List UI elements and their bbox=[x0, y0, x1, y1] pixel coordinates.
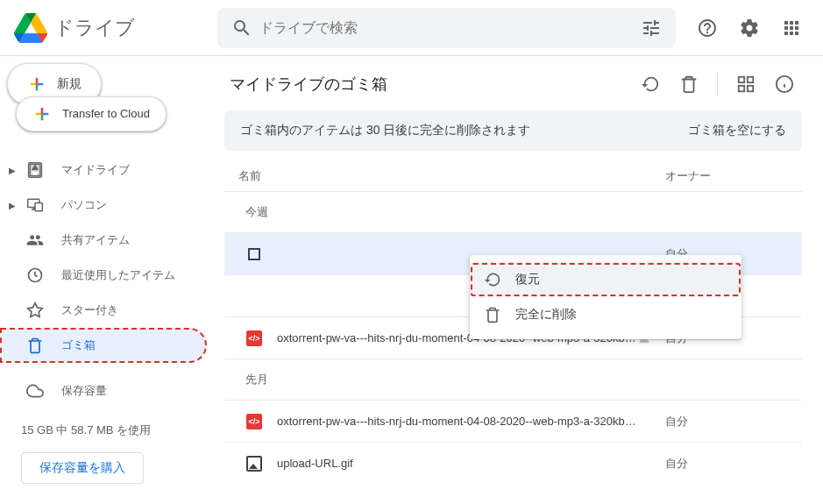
storage-usage-text: 15 GB 中 58.7 MB を使用 bbox=[21, 422, 196, 438]
sidebar-item-my-drive[interactable]: ▶ マイドライブ bbox=[0, 153, 207, 188]
main-header: マイドライブのゴミ箱 bbox=[224, 63, 802, 105]
grid-icon bbox=[736, 75, 756, 94]
file-type-icon bbox=[245, 455, 263, 472]
sidebar-item-label: スター付き bbox=[61, 302, 118, 318]
file-row[interactable]: </> oxtorrent-pw-va---hits-nrj-du-moment… bbox=[224, 400, 802, 442]
context-delete-forever[interactable]: 完全に削除 bbox=[470, 297, 741, 332]
header-actions bbox=[676, 11, 809, 46]
trash-banner: ゴミ箱内のアイテムは 30 日後に完全に削除されます ゴミ箱を空にする bbox=[224, 110, 802, 151]
svg-rect-4 bbox=[748, 77, 753, 82]
cloud-icon bbox=[25, 380, 46, 401]
svg-rect-3 bbox=[739, 77, 744, 82]
trash-icon bbox=[679, 75, 699, 94]
tune-icon[interactable] bbox=[641, 18, 662, 39]
logo-text: ドライブ bbox=[54, 15, 135, 41]
gear-icon bbox=[739, 18, 760, 39]
apps-grid-icon bbox=[781, 18, 802, 39]
file-type-icon: </> bbox=[245, 330, 263, 347]
svg-rect-5 bbox=[739, 86, 744, 91]
transfer-to-cloud-button[interactable]: Transfer to Cloud bbox=[16, 96, 167, 131]
computers-icon bbox=[25, 195, 46, 216]
svg-rect-1 bbox=[35, 203, 42, 211]
star-icon bbox=[25, 300, 46, 321]
buy-storage-button[interactable]: 保存容量を購入 bbox=[21, 452, 144, 484]
main-actions bbox=[633, 67, 802, 102]
file-row[interactable]: 自分 復元 完全に削除 bbox=[224, 232, 802, 274]
column-name[interactable]: 名前 bbox=[238, 168, 665, 184]
plus-icon bbox=[27, 75, 46, 94]
divider bbox=[717, 74, 718, 95]
file-owner: 自分 bbox=[665, 414, 788, 429]
caret-icon: ▶ bbox=[7, 166, 18, 175]
sidebar-item-recent[interactable]: 最近使用したアイテム bbox=[0, 258, 207, 293]
sidebar-nav: ▶ マイドライブ ▶ パソコン 共有アイテム 最近使用したアイテム bbox=[0, 153, 217, 408]
my-drive-icon bbox=[25, 160, 46, 181]
sidebar-item-label: ゴミ箱 bbox=[61, 337, 96, 353]
file-type-icon: </> bbox=[245, 413, 263, 430]
restore-action-button[interactable] bbox=[633, 67, 668, 102]
sidebar: 新規 Transfer to Cloud ▶ マイドライブ ▶ パソコン 共有ア… bbox=[0, 56, 217, 504]
people-icon bbox=[25, 230, 46, 251]
delete-forever-action-button[interactable] bbox=[671, 67, 706, 102]
logo-section[interactable]: ドライブ bbox=[14, 11, 217, 45]
file-owner: 自分 bbox=[665, 456, 788, 472]
page-title: マイドライブのゴミ箱 bbox=[224, 74, 633, 95]
context-delete-label: 完全に削除 bbox=[515, 307, 577, 323]
section-header: 先月 bbox=[224, 358, 802, 400]
sidebar-item-label: マイドライブ bbox=[61, 162, 130, 178]
sidebar-item-computers[interactable]: ▶ パソコン bbox=[0, 188, 207, 223]
plus-icon bbox=[32, 104, 52, 124]
file-row[interactable]: upload-URL.gif 自分 bbox=[224, 442, 802, 484]
file-name: oxtorrent-pw-va---hits-nrj-du-moment-04-… bbox=[277, 415, 639, 428]
file-type-icon bbox=[245, 245, 263, 263]
sidebar-item-label: 保存容量 bbox=[61, 383, 107, 399]
search-input[interactable] bbox=[259, 20, 634, 36]
details-button[interactable] bbox=[767, 67, 802, 102]
section-header: 今週 bbox=[224, 191, 802, 232]
empty-trash-button[interactable]: ゴミ箱を空にする bbox=[688, 123, 786, 138]
clock-icon bbox=[25, 265, 46, 286]
restore-icon bbox=[641, 75, 660, 94]
info-icon bbox=[775, 75, 794, 94]
apps-button[interactable] bbox=[774, 11, 809, 46]
sidebar-item-label: パソコン bbox=[61, 197, 107, 213]
search-bar[interactable] bbox=[217, 8, 676, 48]
help-icon bbox=[697, 18, 718, 39]
sidebar-item-starred[interactable]: スター付き bbox=[0, 293, 207, 328]
sidebar-item-trash[interactable]: ゴミ箱 bbox=[0, 328, 207, 363]
svg-rect-6 bbox=[748, 86, 753, 91]
trash-icon bbox=[484, 306, 501, 323]
file-name: upload-URL.gif bbox=[277, 457, 639, 470]
caret-icon: ▶ bbox=[7, 201, 18, 210]
new-button-label: 新規 bbox=[57, 76, 82, 92]
main-content: マイドライブのゴミ箱 ゴミ箱内のアイテムは 30 日後に完全に削除されます ゴミ… bbox=[217, 56, 823, 504]
storage-section: 15 GB 中 58.7 MB を使用 保存容量を購入 bbox=[0, 408, 217, 484]
banner-text: ゴミ箱内のアイテムは 30 日後に完全に削除されます bbox=[240, 123, 530, 138]
drive-logo-icon bbox=[14, 11, 47, 45]
view-grid-button[interactable] bbox=[728, 67, 763, 102]
restore-icon bbox=[484, 271, 501, 288]
sidebar-item-label: 最近使用したアイテム bbox=[61, 267, 175, 283]
trash-icon bbox=[25, 335, 46, 356]
search-icon bbox=[231, 18, 252, 39]
sidebar-item-shared[interactable]: 共有アイテム bbox=[0, 223, 207, 258]
help-button[interactable] bbox=[690, 11, 725, 46]
context-restore-label: 復元 bbox=[515, 272, 540, 287]
sidebar-item-label: 共有アイテム bbox=[61, 232, 130, 248]
context-restore[interactable]: 復元 bbox=[470, 262, 741, 297]
context-menu: 復元 完全に削除 bbox=[470, 255, 741, 339]
table-headers: 名前 オーナー bbox=[224, 161, 802, 191]
transfer-button-label: Transfer to Cloud bbox=[62, 108, 150, 120]
app-header: ドライブ bbox=[0, 0, 823, 56]
sidebar-item-storage[interactable]: 保存容量 bbox=[0, 373, 207, 408]
settings-button[interactable] bbox=[732, 11, 767, 46]
column-owner[interactable]: オーナー bbox=[665, 168, 788, 184]
